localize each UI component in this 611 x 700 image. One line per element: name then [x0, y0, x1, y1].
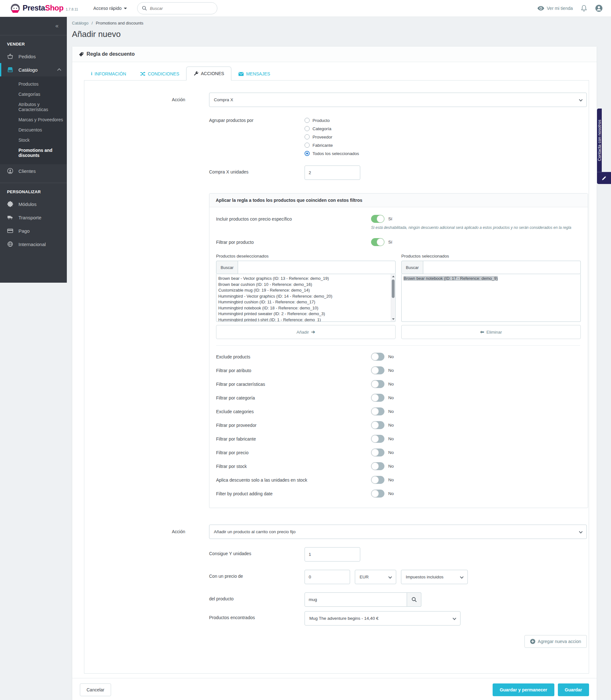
quick-access-dropdown[interactable]: Acceso rápido: [93, 6, 127, 11]
sidebar-item-label: Módulos: [18, 202, 36, 207]
selected-listbox[interactable]: Brown bear notebook (ID: 17 - Reference:…: [401, 274, 581, 322]
sidebar-item-pedidos[interactable]: Pedidos: [0, 50, 67, 63]
radio-todos[interactable]: Todos los seleccionados: [304, 151, 359, 156]
sidebar-item-clientes[interactable]: Clientes: [0, 164, 67, 178]
info-icon: i: [91, 71, 92, 76]
submenu-item-marcas[interactable]: Marcas y Proveedores: [0, 115, 67, 125]
breadcrumb-promotions[interactable]: Promotions and discounts: [96, 21, 144, 26]
adding-date-toggle[interactable]: [371, 490, 384, 498]
bell-icon[interactable]: [581, 5, 587, 12]
found-products-select[interactable]: Mug The adventure begins - 14,40 €: [304, 611, 461, 626]
sidebar-item-modulos[interactable]: Módulos: [0, 198, 67, 211]
get-y-input[interactable]: [304, 547, 360, 562]
action1-select[interactable]: Compra X: [209, 93, 587, 107]
selected-search-button[interactable]: Buscar: [401, 261, 423, 274]
buy-x-input[interactable]: [304, 165, 360, 180]
filter-product-toggle[interactable]: [371, 238, 384, 246]
tab-informacion[interactable]: i INFORMACIÓN: [84, 67, 133, 81]
sidebar-item-pago[interactable]: Pago: [0, 224, 67, 237]
filter-price-toggle[interactable]: [371, 449, 384, 456]
list-item[interactable]: Customizable mug (ID: 19 - Reference: de…: [218, 288, 389, 293]
save-button[interactable]: Guardar: [558, 683, 589, 696]
unselected-listbox[interactable]: Brown bear - Vector graphics (ID: 13 - R…: [216, 274, 396, 322]
cancel-button[interactable]: Cancelar: [80, 683, 111, 696]
radio-proveedor[interactable]: Proveedor: [304, 134, 359, 140]
price-amount-input[interactable]: [304, 570, 350, 584]
product-search-input[interactable]: [304, 593, 407, 607]
list-item[interactable]: Brown bear cushion (ID: 10 - Reference: …: [218, 282, 389, 288]
add-products-button[interactable]: Añadir ➔: [216, 325, 396, 339]
tab-mensajes[interactable]: MENSAJES: [232, 67, 277, 81]
scroll-up-icon[interactable]: [392, 276, 394, 277]
discount-in-stock-toggle[interactable]: [371, 476, 384, 484]
unselected-label: Productos deseleccionados: [216, 254, 396, 259]
radio-producto[interactable]: Producto: [304, 118, 359, 123]
sidebar-item-catalogo[interactable]: Catálogo: [0, 63, 67, 76]
tax-select[interactable]: Impuestos incluidos: [401, 570, 468, 584]
submenu-item-productos[interactable]: Productos: [0, 79, 67, 89]
user-avatar-icon[interactable]: [595, 4, 603, 12]
global-search[interactable]: [137, 2, 217, 14]
list-item[interactable]: Hummingbird notebook (ID: 18 - Reference…: [218, 305, 389, 311]
toggle-state: No: [388, 450, 394, 455]
buy-x-label: Compra X unidades: [209, 165, 304, 180]
save-and-stay-button[interactable]: Guardar y permanecer: [493, 683, 554, 696]
filters-box: Aplicar la regla a todos los productos q…: [209, 193, 588, 508]
action2-select[interactable]: Añadir un producto al carrito con precio…: [209, 525, 587, 539]
scroll-thumb[interactable]: [392, 279, 394, 298]
list-item[interactable]: Hummingbird printed t-shirt (ID: 1 - Ref…: [218, 317, 389, 322]
toggle-state: No: [388, 464, 394, 469]
submenu-item-atributos[interactable]: Atributos y Características: [0, 99, 67, 115]
filter-features-toggle[interactable]: [371, 380, 384, 388]
tab-condiciones[interactable]: CONDICIONES: [133, 67, 186, 81]
list-item[interactable]: Hummingbird cushion (ID: 11 - Reference:…: [218, 299, 389, 305]
select-chevron-icon: [460, 575, 463, 579]
list-item[interactable]: Hummingbird printed sweater (ID: 2 - Ref…: [218, 311, 389, 317]
selected-search-input[interactable]: [423, 261, 581, 274]
scroll-down-icon[interactable]: [392, 318, 394, 320]
contact-us-button[interactable]: Contacta con nosotros: [597, 108, 602, 172]
unselected-search-input[interactable]: [238, 261, 396, 274]
prestashop-logo[interactable]: PrestaShop 1.7.8.11: [11, 3, 78, 13]
submenu-item-promotions[interactable]: Promotions and discounts: [0, 145, 67, 160]
selected-label: Productos seleccionados: [401, 254, 581, 259]
exclude-products-toggle[interactable]: [371, 353, 384, 361]
exclude-categories-toggle[interactable]: [371, 407, 384, 415]
currency-select[interactable]: EUR: [355, 570, 396, 584]
toggle-state: No: [388, 409, 394, 414]
found-products-label: Productos encontrados: [209, 611, 304, 626]
filters-title: Aplicar la regla a todos los productos q…: [209, 193, 588, 207]
filter-attribute-toggle[interactable]: [371, 366, 384, 374]
filter-category-toggle[interactable]: [371, 394, 384, 402]
search-input[interactable]: [150, 6, 207, 11]
view-shop-link[interactable]: Ver mi tienda: [537, 6, 573, 11]
customers-icon: [7, 168, 13, 174]
list-item[interactable]: Hummingbird - Vector graphics (ID: 14 - …: [218, 293, 389, 300]
sidebar-item-internacional[interactable]: Internacional: [0, 237, 67, 251]
collapse-sidebar-button[interactable]: «: [55, 23, 59, 29]
submenu-item-categorias[interactable]: Categorías: [0, 89, 67, 99]
filter-supplier-toggle[interactable]: [371, 421, 384, 429]
tab-acciones[interactable]: ACCIONES: [186, 67, 232, 81]
remove-products-label: Eliminar: [486, 330, 502, 335]
contact-pencil-button[interactable]: [597, 172, 611, 184]
chevron-down-icon: [124, 8, 127, 9]
list-item[interactable]: Brown bear - Vector graphics (ID: 13 - R…: [218, 276, 389, 282]
listbox-scrollbar[interactable]: [391, 274, 395, 321]
submenu-item-descuentos[interactable]: Descuentos: [0, 125, 67, 135]
filter-manufacturer-toggle[interactable]: [371, 435, 384, 443]
remove-products-button[interactable]: ⬅ Eliminar: [401, 325, 581, 339]
add-new-action-button[interactable]: Agregar nueva accion: [524, 635, 587, 648]
cart-rule-panel: Regla de descuento i INFORMACIÓN CONDICI…: [72, 46, 597, 700]
radio-categoria[interactable]: Categoría: [304, 126, 359, 131]
unselected-search-button[interactable]: Buscar: [216, 261, 238, 274]
list-item-selected[interactable]: Brown bear notebook (ID: 17 - Reference:…: [403, 276, 579, 282]
breadcrumb-catalogo[interactable]: Catálogo: [72, 21, 88, 26]
filter-stock-toggle[interactable]: [371, 462, 384, 470]
radio-fabricante[interactable]: Fabricante: [304, 143, 359, 148]
include-specific-toggle[interactable]: [371, 215, 384, 223]
sidebar-item-transporte[interactable]: Transporte: [0, 211, 67, 224]
product-search-button[interactable]: [407, 593, 421, 607]
submenu-item-stock[interactable]: Stock: [0, 135, 67, 145]
pencil-icon: [601, 176, 607, 181]
